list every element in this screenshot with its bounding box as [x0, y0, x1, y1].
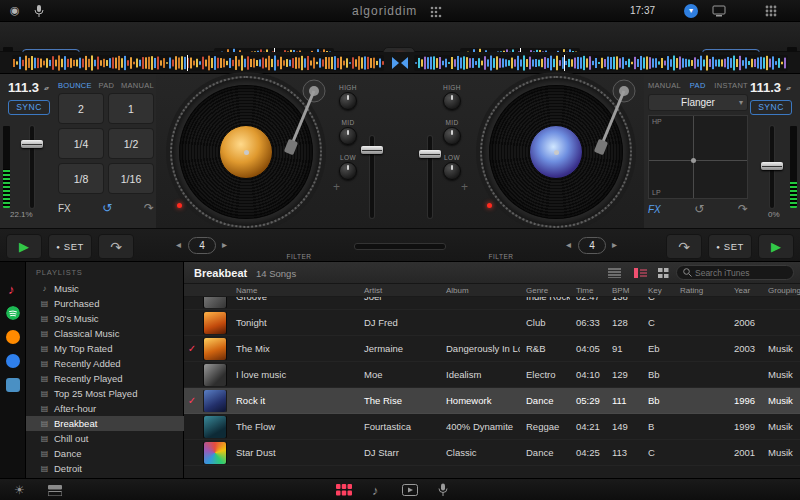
view-list-art-icon[interactable]	[634, 268, 647, 278]
cue-jump-button-right[interactable]: ↷	[666, 234, 702, 259]
deck-left-bpm[interactable]: 111.3	[8, 80, 39, 95]
sidebar-item-recently-added[interactable]: ▤Recently Added	[26, 356, 184, 371]
eq-high-knob-left[interactable]	[339, 92, 357, 110]
update-badge-icon[interactable]: ▾	[684, 4, 698, 18]
col-name[interactable]: Name	[230, 286, 358, 295]
table-row[interactable]: Groove Joel Indie Rock 02:47 138 C	[184, 297, 800, 310]
sidebar-item-top-25[interactable]: ▤Top 25 Most Played	[26, 386, 184, 401]
loop-double-right[interactable]: ▸	[612, 239, 617, 250]
col-artist[interactable]: Artist	[358, 286, 440, 295]
crossfade-icon[interactable]	[391, 57, 409, 69]
sync-button-right[interactable]: SYNC	[750, 100, 792, 115]
microphone-icon[interactable]	[34, 4, 44, 18]
fx-select-dropdown[interactable]: Flanger ▾	[648, 94, 748, 111]
bend-icon-left[interactable]: ↷	[144, 201, 154, 215]
col-genre[interactable]: Genre	[520, 286, 570, 295]
spotify-source-icon[interactable]	[6, 306, 20, 320]
bottom-tab-mic-icon[interactable]	[438, 483, 448, 497]
sidebar-item-after-hour[interactable]: ▤After-hour	[26, 401, 184, 416]
tab-manual-right[interactable]: MANUAL	[648, 81, 681, 90]
fx-toggle-left[interactable]: FX	[58, 203, 71, 214]
record-session-icon[interactable]: ◉	[10, 4, 20, 17]
bottom-tab-decks-icon[interactable]	[336, 484, 352, 496]
xy-cursor[interactable]	[691, 158, 696, 163]
bounce-pad-sixteenth[interactable]: 1/16	[108, 163, 154, 194]
pitch-bend-plus-right[interactable]: +	[461, 180, 468, 194]
loop-length-right[interactable]: 4	[578, 237, 606, 254]
waveform-overview-left[interactable]	[12, 55, 384, 71]
dropbox-source-icon[interactable]	[6, 354, 20, 368]
set-cue-button-left[interactable]: ●SET	[48, 234, 92, 259]
bpm-stepper-icon[interactable]: ▴▾	[44, 84, 48, 91]
sync-button-left[interactable]: SYNC	[8, 100, 50, 115]
fx-xy-pad[interactable]: HP LP	[648, 115, 748, 199]
col-key[interactable]: Key	[642, 286, 674, 295]
bounce-pad-quarter[interactable]: 1/4	[58, 128, 104, 159]
pitch-slider-left[interactable]	[30, 126, 34, 208]
brightness-icon[interactable]: ☀	[14, 483, 25, 497]
table-row[interactable]: Star Dust DJ Starr Classic Dance 04:25 1…	[184, 440, 800, 466]
bounce-pad-2[interactable]: 2	[58, 93, 104, 124]
bounce-pad-eighth[interactable]: 1/8	[58, 163, 104, 194]
itunes-source-icon[interactable]: ♪	[8, 282, 15, 297]
col-bpm[interactable]: BPM	[606, 286, 642, 295]
table-row[interactable]: ✓ The Mix Jermaine Dangerously In Love R…	[184, 336, 800, 362]
deck-right-bpm[interactable]: 111.3	[750, 80, 781, 95]
sidebar-item-music[interactable]: ♪Music	[26, 281, 184, 296]
set-cue-button-right[interactable]: ●SET	[708, 234, 752, 259]
col-rating[interactable]: Rating	[674, 286, 728, 295]
sidebar-item-breakbeat[interactable]: ▤Breakbeat	[26, 416, 184, 431]
tab-bounce[interactable]: BOUNCE	[58, 81, 92, 90]
split-view-icon[interactable]	[48, 485, 62, 496]
waveform-overview-right[interactable]	[414, 55, 788, 71]
loop-length-left[interactable]: 4	[188, 237, 216, 254]
volume-handle-left[interactable]	[361, 146, 383, 154]
col-grouping[interactable]: Grouping	[762, 286, 800, 295]
pitch-handle-right[interactable]	[761, 162, 783, 170]
loop-double-left[interactable]: ▸	[222, 239, 227, 250]
eq-mid-knob-right[interactable]	[443, 127, 461, 145]
display-output-icon[interactable]	[712, 5, 726, 17]
cue-jump-button-left[interactable]: ↷	[98, 234, 134, 259]
volume-handle-right[interactable]	[419, 150, 441, 158]
sidebar-item-chill-out[interactable]: ▤Chill out	[26, 431, 184, 446]
sidebar-item-detroit[interactable]: ▤Detroit	[26, 461, 184, 476]
pitch-bend-plus-left[interactable]: +	[333, 180, 340, 194]
sidebar-item-90s-music[interactable]: ▤90's Music	[26, 311, 184, 326]
row-check[interactable]: ✓	[184, 395, 200, 406]
eq-high-knob-right[interactable]	[443, 92, 461, 110]
fx-toggle-right[interactable]: FX	[648, 204, 661, 215]
tab-manual[interactable]: MANUAL	[121, 81, 154, 90]
volume-fader-right[interactable]	[428, 136, 432, 218]
loop-half-right[interactable]: ◂	[566, 239, 571, 250]
eq-mid-knob-left[interactable]	[339, 127, 357, 145]
loop-icon-left[interactable]: ↺	[102, 201, 112, 215]
crossfader[interactable]	[354, 243, 446, 250]
view-list-icon[interactable]	[608, 268, 621, 278]
bounce-pad-half[interactable]: 1/2	[108, 128, 154, 159]
eq-low-knob-right[interactable]	[443, 162, 461, 180]
tonearm-left[interactable]	[278, 78, 330, 166]
sidebar-item-my-top-rated[interactable]: ▤My Top Rated	[26, 341, 184, 356]
bottom-tab-music-icon[interactable]: ♪	[372, 483, 379, 498]
play-button-right[interactable]: ▶	[758, 234, 794, 259]
soundcloud-source-icon[interactable]	[6, 330, 20, 344]
col-album[interactable]: Album	[440, 286, 520, 295]
loop-half-left[interactable]: ◂	[176, 239, 181, 250]
loop-icon-right[interactable]: ↺	[694, 202, 704, 216]
col-year[interactable]: Year	[728, 286, 762, 295]
table-row-selected[interactable]: ✓ Rock it The Rise Homework Dance 05:29 …	[184, 388, 800, 414]
table-row[interactable]: The Flow Fourtastica 400% Dynamite Regga…	[184, 414, 800, 440]
sidebar-item-dance[interactable]: ▤Dance	[26, 446, 184, 461]
eq-low-knob-left[interactable]	[339, 162, 357, 180]
bottom-tab-video-icon[interactable]	[402, 484, 418, 496]
table-row[interactable]: Tonight DJ Fred Club 06:33 128 C 2006	[184, 310, 800, 336]
search-input[interactable]	[695, 268, 785, 278]
pitch-handle-left[interactable]	[21, 140, 43, 148]
tab-instant-right[interactable]: INSTANT	[714, 81, 748, 90]
view-grid-icon[interactable]	[658, 268, 669, 278]
search-field[interactable]	[676, 265, 794, 280]
tonearm-right[interactable]	[588, 78, 640, 166]
play-button-left[interactable]: ▶	[6, 234, 42, 259]
sidebar-item-recently-played[interactable]: ▤Recently Played	[26, 371, 184, 386]
